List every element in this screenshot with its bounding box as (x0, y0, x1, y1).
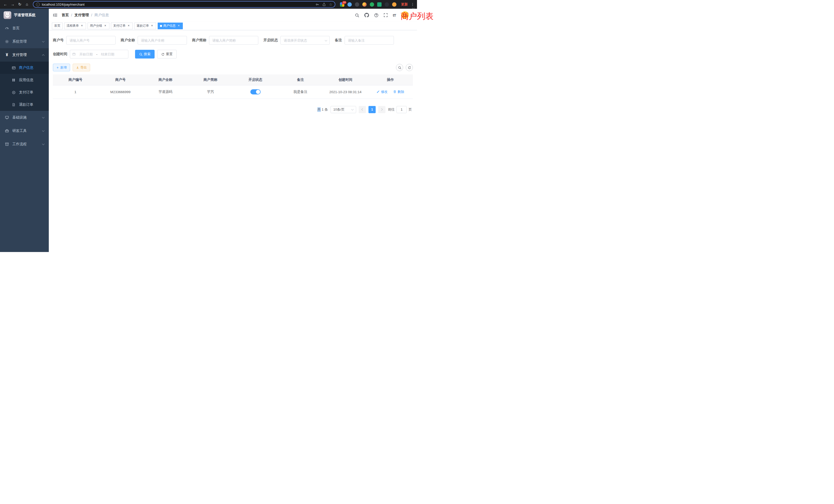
merchant-name-input[interactable] (138, 36, 187, 45)
tab-close-icon[interactable]: × (177, 24, 180, 28)
sidebar-item-pay-order[interactable]: 支付订单 (0, 86, 49, 98)
goto-page-input[interactable] (396, 106, 407, 113)
column-header-create-time: 创建时间 (323, 74, 368, 85)
breadcrumb-payment[interactable]: 支付管理 (74, 13, 89, 18)
extension-dark-icon[interactable] (355, 2, 359, 7)
page-number-button[interactable]: 1 (369, 106, 376, 113)
extension-avatar-icon[interactable] (362, 2, 367, 7)
sidebar-item-infrastructure[interactable]: 基础设施 (0, 111, 49, 124)
browser-menu-icon[interactable]: ⋮ (410, 2, 415, 6)
add-button[interactable]: 新增 (53, 64, 70, 71)
sidebar-item-app-info[interactable]: 应用信息 (0, 74, 49, 86)
edit-button[interactable]: 修改 (376, 90, 388, 94)
bookmark-star-icon[interactable]: ☆ (329, 3, 332, 6)
column-header-id: 商户编号 (53, 74, 98, 85)
tab-label: 商户信息 (163, 24, 176, 28)
tab-close-icon[interactable]: × (150, 24, 154, 28)
sidebar-item-home[interactable]: 首页 (0, 22, 49, 35)
fullscreen-icon[interactable] (383, 13, 388, 17)
end-date-input[interactable] (98, 52, 117, 56)
browser-forward-icon[interactable]: → (9, 0, 16, 9)
extension-drop-icon[interactable] (347, 2, 352, 7)
delete-button[interactable]: 删除 (393, 90, 404, 94)
start-date-input[interactable] (77, 52, 95, 56)
export-button[interactable]: 导出 (73, 64, 90, 71)
reset-button[interactable]: 重置 (157, 50, 177, 59)
browser-back-icon[interactable]: ← (2, 0, 9, 9)
gear-icon (5, 40, 9, 44)
sidebar-toggle-icon[interactable] (53, 13, 58, 18)
tab-pay-order[interactable]: 支付订单 × (111, 23, 133, 29)
chevron-up-icon (42, 54, 45, 57)
top-navbar: 首页 / 支付管理 / 商户信息 tT (49, 9, 417, 22)
browser-reload-icon[interactable]: ↻ (17, 0, 23, 9)
status-label: 开启状态 (263, 38, 278, 43)
column-header-status: 开启状态 (233, 74, 278, 85)
tab-process-form[interactable]: 流程表单 × (64, 23, 86, 29)
disc-icon (11, 91, 16, 94)
page-size-select[interactable]: 10条/页 (330, 106, 356, 113)
refresh-button[interactable] (406, 64, 413, 71)
tab-close-icon[interactable]: × (104, 24, 107, 28)
pagination-total: 共 1 条 (317, 107, 328, 112)
status-select[interactable] (280, 36, 330, 45)
sidebar-item-payment[interactable]: ¥ 支付管理 (0, 48, 49, 62)
breadcrumb-home[interactable]: 首页 (62, 13, 69, 18)
remark-label: 备注 (335, 38, 342, 43)
github-icon[interactable] (364, 13, 369, 18)
toggle-search-button[interactable] (396, 64, 403, 71)
url-text[interactable]: localhost:1024/pay/merchant (42, 3, 313, 6)
next-page-button[interactable] (378, 106, 386, 113)
breadcrumb-separator: / (71, 13, 72, 17)
sidebar-item-workflow[interactable]: 工作流程 (0, 138, 49, 151)
remark-input[interactable] (345, 36, 394, 45)
browser-update-button[interactable]: 更新 (399, 2, 410, 7)
breadcrumb-separator: / (91, 13, 92, 17)
cell-create-time: 2021-10-23 08:31:14 (323, 85, 368, 98)
sidebar-item-refund-order[interactable]: 退款订单 (0, 98, 49, 111)
tab-merchant-info[interactable]: 商户信息 × (158, 23, 183, 29)
breadcrumb-current: 商户信息 (94, 13, 109, 18)
sidebar-item-dev-tools[interactable]: 研发工具 (0, 124, 49, 138)
merchant-no-input[interactable] (66, 36, 115, 45)
cell-remark: 我是备注 (278, 85, 323, 98)
tab-home[interactable]: 首页 (52, 23, 63, 29)
column-header-actions: 操作 (368, 74, 413, 85)
browser-home-icon[interactable]: ⌂ (24, 0, 30, 9)
extension-grid-icon[interactable]: 10 (340, 2, 344, 7)
table-row: 1 M233666999 芋道源码 芋艿 我是备注 2021-10-23 08:… (53, 85, 413, 98)
cell-merchant-no: M233666999 (98, 85, 143, 98)
cell-name: 芋道源码 (143, 85, 188, 98)
sidebar-item-merchant-info[interactable]: 商户信息 (0, 62, 49, 74)
tab-user-group[interactable]: 用户分组 × (88, 23, 109, 29)
key-icon[interactable] (315, 3, 319, 6)
column-header-merchant-no: 商户号 (98, 74, 143, 85)
merchant-short-label: 商户简称 (192, 38, 206, 43)
search-button[interactable]: 搜索 (135, 50, 155, 59)
search-icon[interactable] (355, 13, 359, 18)
tab-close-icon[interactable]: × (127, 24, 130, 28)
tab-refund-order[interactable]: 退款订单 × (134, 23, 156, 29)
cell-short-name: 芋艿 (188, 85, 233, 98)
merchant-short-input[interactable] (209, 36, 258, 45)
prev-page-button[interactable] (359, 106, 366, 113)
sidebar-item-system[interactable]: 系统管理 (0, 35, 49, 48)
create-time-range-picker[interactable]: - (70, 50, 128, 59)
status-toggle[interactable] (250, 89, 261, 94)
sidebar-item-label: 研发工具 (12, 129, 27, 133)
column-header-short-name: 商户简称 (188, 74, 233, 85)
help-icon[interactable] (374, 13, 378, 18)
app-logo[interactable]: 芋道管理系统 (0, 9, 49, 22)
briefcase-icon (5, 129, 9, 133)
merchant-card-icon (11, 66, 16, 70)
extension-paw-icon[interactable] (385, 2, 389, 7)
profile-avatar-icon[interactable] (392, 2, 396, 7)
chevron-down-icon[interactable] (412, 7, 415, 9)
address-bar[interactable]: i localhost:1024/pay/merchant ☆ (33, 1, 335, 8)
site-info-icon[interactable]: i (36, 3, 40, 6)
extension-green-circle-icon[interactable] (370, 2, 374, 7)
font-size-icon[interactable]: tT (393, 13, 396, 18)
extension-green-square-icon[interactable] (377, 2, 381, 7)
tab-close-icon[interactable]: × (80, 24, 84, 28)
share-icon[interactable] (322, 3, 326, 6)
